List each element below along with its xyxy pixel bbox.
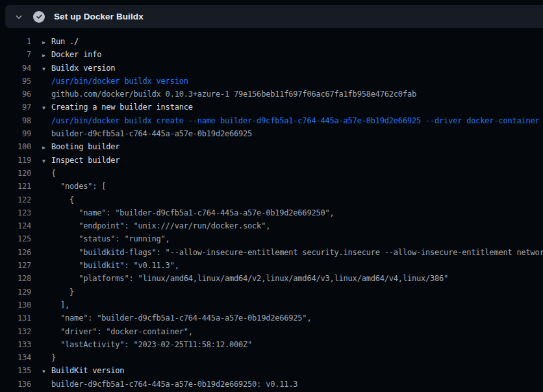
log-text: Booting builder bbox=[51, 140, 543, 153]
log-group-row[interactable]: 7▶Docker info bbox=[0, 48, 543, 61]
line-number-link[interactable]: 94 bbox=[0, 62, 31, 75]
log-text: { bbox=[51, 193, 543, 206]
line-number-link[interactable]: 134 bbox=[0, 351, 31, 364]
log-text: Inspect builder bbox=[51, 154, 543, 167]
line-number-link[interactable]: 123 bbox=[0, 206, 31, 219]
log-text: "name": "builder-d9cfb5a1-c764-445a-a57e… bbox=[51, 206, 543, 219]
line-number-link[interactable]: 124 bbox=[0, 219, 31, 232]
log-text: Creating a new builder instance bbox=[51, 101, 543, 114]
check-circle-icon bbox=[33, 11, 45, 23]
log-line: 134} bbox=[0, 351, 543, 364]
triangle-down-icon[interactable]: ▼ bbox=[42, 102, 51, 114]
log-line: 122 { bbox=[0, 193, 543, 206]
line-number-link[interactable]: 121 bbox=[0, 180, 31, 193]
log-line: 131 "name": "builder-d9cfb5a1-c764-445a-… bbox=[0, 312, 543, 325]
log-text: BuildKit version bbox=[51, 364, 543, 377]
triangle-down-icon[interactable]: ▼ bbox=[42, 155, 51, 167]
line-number-link[interactable]: 99 bbox=[0, 127, 31, 140]
line-number-link[interactable]: 129 bbox=[0, 286, 31, 299]
line-number-link[interactable]: 135 bbox=[0, 364, 31, 377]
line-number-link[interactable]: 130 bbox=[0, 299, 31, 312]
log-text: "name": "builder-d9cfb5a1-c764-445a-a57e… bbox=[51, 312, 543, 325]
log-text: /usr/bin/docker buildx version bbox=[51, 75, 543, 88]
line-number-link[interactable]: 119 bbox=[0, 154, 31, 167]
log-line: 132 "driver": "docker-container", bbox=[0, 325, 543, 338]
log-line: 98/usr/bin/docker buildx create --name b… bbox=[0, 114, 543, 127]
line-number-link[interactable]: 125 bbox=[0, 232, 31, 245]
log-text: builder-d9cfb5a1-c764-445a-a57e-0b19d2e6… bbox=[51, 127, 543, 140]
step-title: Set up Docker Buildx bbox=[54, 12, 144, 21]
log-text: "driver": "docker-container", bbox=[51, 325, 543, 338]
log-line: 129 } bbox=[0, 286, 543, 299]
line-number-link[interactable]: 136 bbox=[0, 378, 31, 391]
triangle-right-icon[interactable]: ▶ bbox=[42, 141, 51, 153]
log-text: /usr/bin/docker buildx create --name bui… bbox=[51, 114, 543, 127]
log-line: 126 "buildkitd-flags": "--allow-insecure… bbox=[0, 246, 543, 259]
log-line: 133 "lastActivity": "2023-02-25T11:58:12… bbox=[0, 338, 543, 351]
log-text: "endpoint": "unix:///var/run/docker.sock… bbox=[51, 219, 543, 232]
line-number-link[interactable]: 120 bbox=[0, 167, 31, 180]
log-group-row[interactable]: 100▶Booting builder bbox=[0, 140, 543, 153]
triangle-right-icon[interactable]: ▶ bbox=[42, 36, 51, 48]
line-number-link[interactable]: 127 bbox=[0, 259, 31, 272]
log-viewer: 1▶Run ./7▶Docker info94▼Buildx version95… bbox=[0, 29, 543, 392]
line-number-link[interactable]: 122 bbox=[0, 193, 31, 206]
log-text: } bbox=[51, 351, 543, 364]
line-number-link[interactable]: 1 bbox=[0, 35, 31, 48]
log-line: 95/usr/bin/docker buildx version bbox=[0, 75, 543, 88]
log-line: 96github.com/docker/buildx 0.10.3+azure-… bbox=[0, 88, 543, 101]
line-number-link[interactable]: 100 bbox=[0, 140, 31, 153]
log-text: builder-d9cfb5a1-c764-445a-a57e-0b19d2e6… bbox=[51, 378, 543, 391]
line-number-link[interactable]: 132 bbox=[0, 325, 31, 338]
log-line: 127 "buildkit": "v0.11.3", bbox=[0, 259, 543, 272]
triangle-down-icon[interactable]: ▼ bbox=[42, 365, 51, 377]
log-lines: 1▶Run ./7▶Docker info94▼Buildx version95… bbox=[0, 35, 543, 391]
line-number-link[interactable]: 131 bbox=[0, 312, 31, 325]
log-line: 99builder-d9cfb5a1-c764-445a-a57e-0b19d2… bbox=[0, 127, 543, 140]
log-line: 125 "status": "running", bbox=[0, 232, 543, 245]
log-text: github.com/docker/buildx 0.10.3+azure-1 … bbox=[51, 88, 543, 101]
line-number-link[interactable]: 7 bbox=[0, 48, 31, 61]
line-number-link[interactable]: 97 bbox=[0, 101, 31, 114]
line-number-link[interactable]: 133 bbox=[0, 338, 31, 351]
log-line: 128 "platforms": "linux/amd64,linux/amd6… bbox=[0, 272, 543, 285]
log-text: ], bbox=[51, 299, 543, 312]
log-line: 136builder-d9cfb5a1-c764-445a-a57e-0b19d… bbox=[0, 378, 543, 391]
log-text: Docker info bbox=[51, 48, 543, 61]
line-number-link[interactable]: 95 bbox=[0, 75, 31, 88]
log-text: { bbox=[51, 167, 543, 180]
step-header[interactable]: Set up Docker Buildx bbox=[5, 5, 543, 28]
log-text: } bbox=[51, 286, 543, 299]
log-line: 123 "name": "builder-d9cfb5a1-c764-445a-… bbox=[0, 206, 543, 219]
log-line: 121 "nodes": [ bbox=[0, 180, 543, 193]
triangle-right-icon[interactable]: ▶ bbox=[42, 49, 51, 61]
log-text: "buildkit": "v0.11.3", bbox=[51, 259, 543, 272]
line-number-link[interactable]: 96 bbox=[0, 88, 31, 101]
log-text: "lastActivity": "2023-02-25T11:58:12.000… bbox=[51, 338, 543, 351]
log-text: "buildkitd-flags": "--allow-insecure-ent… bbox=[51, 246, 543, 259]
log-line: 120{ bbox=[0, 167, 543, 180]
log-group-row[interactable]: 97▼Creating a new builder instance bbox=[0, 101, 543, 114]
log-line: 124 "endpoint": "unix:///var/run/docker.… bbox=[0, 219, 543, 232]
line-number-link[interactable]: 98 bbox=[0, 114, 31, 127]
log-group-row[interactable]: 135▼BuildKit version bbox=[0, 364, 543, 377]
line-number-link[interactable]: 126 bbox=[0, 246, 31, 259]
chevron-down-icon[interactable] bbox=[14, 12, 24, 22]
log-text: Buildx version bbox=[51, 62, 543, 75]
log-line: 130 ], bbox=[0, 299, 543, 312]
log-group-row[interactable]: 119▼Inspect builder bbox=[0, 154, 543, 167]
log-text: "platforms": "linux/amd64,linux/amd64/v2… bbox=[51, 272, 543, 285]
log-text: "status": "running", bbox=[51, 232, 543, 245]
line-number-link[interactable]: 128 bbox=[0, 272, 31, 285]
log-group-row[interactable]: 94▼Buildx version bbox=[0, 62, 543, 75]
log-text: "nodes": [ bbox=[51, 180, 543, 193]
log-text: Run ./ bbox=[51, 35, 543, 48]
log-group-row[interactable]: 1▶Run ./ bbox=[0, 35, 543, 48]
triangle-down-icon[interactable]: ▼ bbox=[42, 63, 51, 75]
